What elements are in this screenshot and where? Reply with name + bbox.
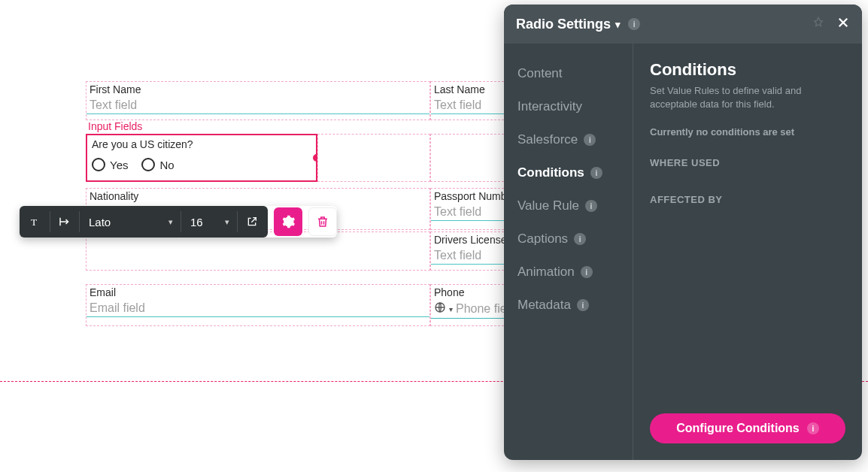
chevron-down-icon: ▾ [615,19,621,30]
chevron-down-icon: ▾ [225,217,229,227]
info-icon[interactable]: i [628,18,640,30]
info-icon[interactable]: i [584,134,596,146]
radio-option-yes[interactable]: Yes [92,158,128,171]
pin-icon[interactable] [812,17,824,32]
info-icon: i [807,422,819,434]
panel-header: Radio Settings ▾ i [504,5,862,44]
settings-button[interactable] [274,207,302,236]
affected-by-section: AFFECTED BY [650,194,845,205]
nav-salesforce[interactable]: Salesforcei [504,123,633,156]
nav-interactivity[interactable]: Interactivity [504,90,633,123]
nav-conditions[interactable]: Conditionsi [504,156,633,189]
info-icon[interactable]: i [590,167,602,179]
nav-animation[interactable]: Animationi [504,256,633,289]
nav-captions[interactable]: Captionsi [504,222,633,256]
format-toolbar: T Lato ▾ 16 ▾ [20,206,337,238]
input-first-name[interactable]: Text field [86,95,429,114]
close-icon[interactable] [836,16,850,33]
nav-content[interactable]: Content [504,57,633,90]
text-style-button[interactable]: T [23,209,48,234]
content-subtitle: Set Value Rules to define valid and acce… [650,84,845,111]
radio-option-label: No [159,159,174,171]
field-first-name[interactable]: First Name Text field [86,81,430,120]
chevron-down-icon: ▾ [168,217,173,227]
panel-title[interactable]: Radio Settings ▾ [516,17,621,32]
open-external-button[interactable] [239,209,265,234]
empty-cell[interactable] [317,134,430,182]
info-icon[interactable]: i [574,233,586,245]
field-email[interactable]: Email Email field [86,284,430,326]
radio-question: Are you a US citizen? [87,135,316,152]
input-email[interactable]: Email field [86,298,429,317]
radio-option-no[interactable]: No [141,158,174,171]
radio-circle-icon [141,158,155,171]
delete-button[interactable] [308,207,337,236]
align-button[interactable] [52,209,77,234]
svg-text:T: T [31,216,38,228]
content-title: Conditions [650,60,845,80]
configure-conditions-button[interactable]: Configure Conditions i [650,413,845,443]
radio-circle-icon [92,158,105,171]
font-family-select[interactable]: Lato ▾ [81,209,179,234]
globe-icon[interactable] [434,301,446,316]
section-label-input-fields: Input Fields [88,120,142,132]
content-status: Currently no conditions are set [650,126,845,138]
radio-option-label: Yes [110,159,128,171]
label-email: Email [86,285,429,298]
font-family-value: Lato [89,216,111,228]
nav-value-rule[interactable]: Value Rulei [504,189,633,222]
font-size-select[interactable]: 16 ▾ [183,209,235,234]
info-icon[interactable]: i [577,299,589,311]
nav-metadata[interactable]: Metadatai [504,289,633,322]
panel-nav: Content Interactivity Salesforcei Condit… [504,44,633,460]
settings-panel: Radio Settings ▾ i Content [504,5,862,460]
info-icon[interactable]: i [581,266,593,278]
radio-us-citizen[interactable]: Are you a US citizen? Yes No [86,134,317,182]
chevron-down-icon[interactable]: ▾ [449,305,453,313]
label-first-name: First Name [86,82,429,95]
configure-label: Configure Conditions [676,422,800,435]
panel-title-text: Radio Settings [516,17,611,32]
where-used-section: WHERE USED [650,157,845,168]
font-size-value: 16 [190,216,203,228]
info-icon[interactable]: i [585,200,597,212]
label-nationality: Nationality [86,189,429,202]
panel-content: Conditions Set Value Rules to define val… [633,44,862,460]
